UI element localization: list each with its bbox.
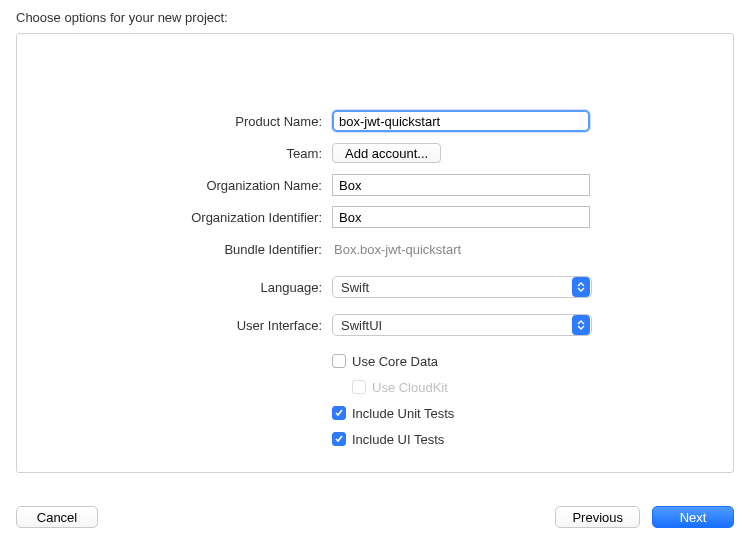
product-name-label: Product Name: — [57, 114, 332, 129]
user-interface-value: SwiftUI — [341, 318, 382, 333]
previous-button[interactable]: Previous — [555, 506, 640, 528]
include-unit-tests-checkbox[interactable] — [332, 406, 346, 420]
user-interface-label: User Interface: — [57, 318, 332, 333]
organization-identifier-input[interactable] — [332, 206, 590, 228]
dialog-title: Choose options for your new project: — [0, 0, 750, 33]
bundle-identifier-value: Box.box-jwt-quickstart — [332, 242, 461, 257]
organization-name-input[interactable] — [332, 174, 590, 196]
cancel-button[interactable]: Cancel — [16, 506, 98, 528]
use-cloudkit-checkbox — [352, 380, 366, 394]
include-unit-tests-label: Include Unit Tests — [352, 406, 454, 421]
bundle-identifier-label: Bundle Identifier: — [57, 242, 332, 257]
use-core-data-label: Use Core Data — [352, 354, 438, 369]
chevron-up-down-icon — [572, 315, 590, 335]
organization-identifier-label: Organization Identifier: — [57, 210, 332, 225]
user-interface-select[interactable]: SwiftUI — [332, 314, 592, 336]
include-ui-tests-checkbox[interactable] — [332, 432, 346, 446]
language-label: Language: — [57, 280, 332, 295]
include-ui-tests-label: Include UI Tests — [352, 432, 444, 447]
use-core-data-checkbox[interactable] — [332, 354, 346, 368]
organization-name-label: Organization Name: — [57, 178, 332, 193]
team-label: Team: — [57, 146, 332, 161]
footer: Cancel Previous Next — [16, 506, 734, 528]
use-cloudkit-label: Use CloudKit — [372, 380, 448, 395]
language-select[interactable]: Swift — [332, 276, 592, 298]
next-button[interactable]: Next — [652, 506, 734, 528]
chevron-up-down-icon — [572, 277, 590, 297]
language-value: Swift — [341, 280, 369, 295]
product-name-input[interactable] — [332, 110, 590, 132]
options-panel: Product Name: Team: Add account... Organ… — [16, 33, 734, 473]
add-account-button[interactable]: Add account... — [332, 143, 441, 163]
